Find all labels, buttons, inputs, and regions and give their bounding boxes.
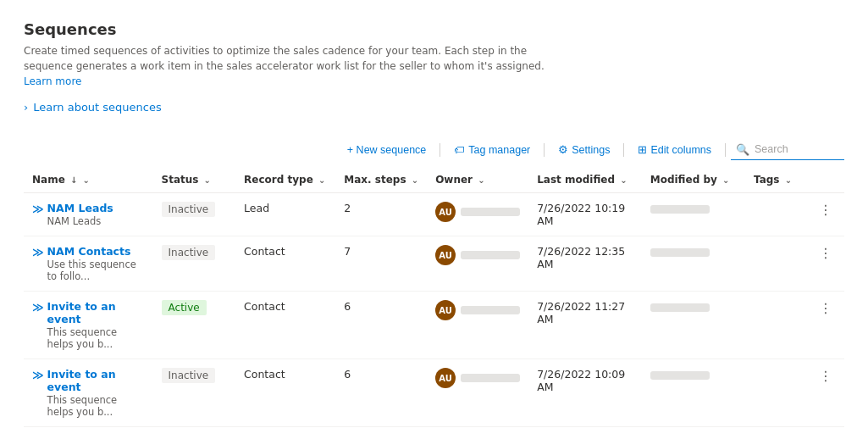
col-header-status[interactable]: Status ⌄ [153,167,236,193]
cell-owner-0: AU [427,193,528,236]
col-header-tags[interactable]: Tags ⌄ [745,167,807,193]
status-badge-0: Inactive [162,202,216,217]
search-input[interactable] [755,143,839,155]
cell-status-1: Inactive [153,236,236,292]
status-badge-2: Active [162,300,207,315]
toolbar: + New sequence 🏷 Tag manager ⚙ Settings … [24,139,844,160]
cell-actions-2: ⋮ [807,292,844,359]
cell-modified-by-0 [642,193,745,236]
sequences-table: Name ↓ ⌄ Status ⌄ Record type ⌄ Max. ste… [24,167,844,428]
sequence-icon-0: ≫ [32,203,44,215]
table-header-row: Name ↓ ⌄ Status ⌄ Record type ⌄ Max. ste… [24,167,844,193]
settings-button[interactable]: ⚙ Settings [550,139,618,160]
cell-status-0: Inactive [153,193,236,236]
avatar-0: AU [435,202,456,222]
gear-icon: ⚙ [558,143,568,156]
sequence-sub-0: NAM Leads [47,215,113,227]
toolbar-divider-2 [544,143,545,157]
sequence-name-1[interactable]: NAM Contacts [47,245,145,258]
status-badge-1: Inactive [162,245,216,260]
more-options-button-3[interactable]: ⋮ [815,366,836,386]
col-header-modified-by[interactable]: Modified by ⌄ [642,167,745,193]
col-header-name[interactable]: Name ↓ ⌄ [24,167,153,193]
sequence-sub-2: This sequence helps you b... [47,326,145,350]
sequence-name-3[interactable]: Invite to an event [47,368,145,393]
chevron-down-icon: ⌄ [722,175,729,185]
cell-tags-0 [745,193,807,236]
col-header-last-modified[interactable]: Last modified ⌄ [528,167,642,193]
col-header-owner[interactable]: Owner ⌄ [427,167,528,193]
owner-name-blurred-1 [461,251,520,259]
sequence-icon-3: ≫ [32,369,44,381]
page-subtitle: Create timed sequences of activities to … [24,43,549,89]
cell-max-steps-0: 2 [335,193,427,236]
toolbar-divider-4 [725,143,726,157]
cell-last-modified-0: 7/26/2022 10:19 AM [528,193,642,236]
chevron-down-icon: ⌄ [478,175,484,185]
table-row: ≫ Invite to an event This sequence helps… [24,292,844,359]
cell-owner-1: AU [427,236,528,292]
cell-record-type-1: Contact [235,236,335,292]
cell-tags-3 [745,359,807,427]
cell-tags-2 [745,292,807,359]
more-options-button-2[interactable]: ⋮ [815,298,836,318]
chevron-down-icon: ⌄ [620,175,627,185]
cell-max-steps-1: 7 [335,236,427,292]
owner-name-blurred-2 [461,306,520,314]
tag-icon: 🏷 [454,144,465,156]
cell-record-type-3: Contact [235,359,335,427]
toolbar-divider-1 [440,143,440,157]
cell-record-type-2: Contact [235,292,335,359]
sequence-icon-1: ≫ [32,246,44,258]
modified-by-blurred-2 [650,303,710,312]
edit-columns-button[interactable]: ⊞ Edit columns [629,139,720,160]
cell-actions-0: ⋮ [807,193,844,236]
table-row: ≫ NAM Contacts Use this sequence to foll… [24,236,844,292]
cell-status-3: Inactive [153,359,236,427]
chevron-down-icon: ⌄ [83,175,90,185]
cell-modified-by-3 [642,359,745,427]
cell-last-modified-2: 7/26/2022 11:27 AM [528,292,642,359]
cell-name-0: ≫ NAM Leads NAM Leads [24,193,153,236]
sequence-name-2[interactable]: Invite to an event [47,300,145,325]
col-header-record-type[interactable]: Record type ⌄ [235,167,335,193]
cell-tags-1 [745,236,807,292]
sort-icon: ↓ [70,175,77,185]
sequence-sub-3: This sequence helps you b... [47,394,145,418]
chevron-down-icon: ⌄ [785,175,792,185]
learn-about-label: Learn about sequences [33,101,162,114]
owner-name-blurred-0 [461,208,520,216]
avatar-2: AU [435,300,456,320]
avatar-3: AU [435,368,456,388]
cell-actions-1: ⋮ [807,236,844,292]
status-badge-3: Inactive [162,368,216,383]
cell-name-3: ≫ Invite to an event This sequence helps… [24,359,153,427]
cell-last-modified-3: 7/26/2022 10:09 AM [528,359,642,427]
sequence-name-0[interactable]: NAM Leads [47,202,113,214]
toolbar-divider-3 [623,143,624,157]
col-header-max-steps[interactable]: Max. steps ⌄ [335,167,427,193]
cell-name-1: ≫ NAM Contacts Use this sequence to foll… [24,236,153,292]
learn-about-section[interactable]: › Learn about sequences [24,101,844,114]
cell-status-2: Active [153,292,236,359]
more-options-button-1[interactable]: ⋮ [815,243,836,263]
columns-icon: ⊞ [638,143,647,156]
sequence-icon-2: ≫ [32,301,44,314]
cell-last-modified-1: 7/26/2022 12:35 AM [528,236,642,292]
learn-more-link[interactable]: Learn more [24,75,81,87]
chevron-down-icon: ⌄ [412,175,418,185]
new-sequence-button[interactable]: + New sequence [339,140,434,160]
search-box: 🔍 [731,140,844,160]
cell-name-2: ≫ Invite to an event This sequence helps… [24,292,153,359]
modified-by-blurred-0 [650,205,710,214]
more-options-button-0[interactable]: ⋮ [815,200,836,220]
cell-owner-3: AU [427,359,528,427]
owner-name-blurred-3 [461,374,520,382]
chevron-right-icon: › [24,101,28,114]
chevron-down-icon: ⌄ [204,175,211,185]
modified-by-blurred-3 [650,371,710,380]
col-header-actions [807,167,844,193]
cell-max-steps-2: 6 [335,292,427,359]
tag-manager-button[interactable]: 🏷 Tag manager [445,140,539,160]
page-title: Sequences [24,20,844,38]
